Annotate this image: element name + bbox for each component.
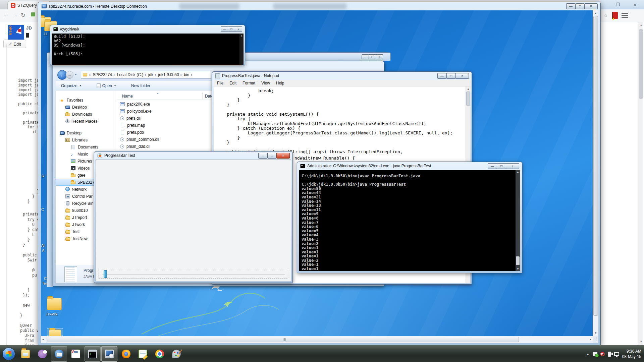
- rdp-titlebar[interactable]: spb23274.ru.oracle.com - Remote Desktop …: [38, 2, 600, 10]
- browser-close-icon[interactable]: ×: [634, 2, 637, 8]
- browser-scrollbar[interactable]: ▲ ▼: [638, 22, 643, 345]
- maximize-button[interactable]: □: [267, 153, 277, 159]
- notepad-titlebar[interactable]: ProgressBarTest.java - Notepad: [212, 72, 472, 80]
- browser-scrollbar-thumb[interactable]: [639, 29, 643, 99]
- console-scrollbar[interactable]: ▲ ▼: [516, 170, 520, 271]
- sidebar-item[interactable]: Desktop: [56, 129, 114, 136]
- taskbar-clock[interactable]: 9:36 AM 08-May-15: [622, 349, 641, 359]
- sidebar-item[interactable]: Recent Places: [56, 118, 114, 125]
- scroll-down-icon[interactable]: ▼: [594, 331, 597, 335]
- open-button[interactable]: Open ▼: [97, 83, 116, 88]
- maximize-button[interactable]: □: [369, 54, 376, 59]
- close-button[interactable]: ×: [235, 26, 242, 32]
- scroll-up-icon[interactable]: ▲: [467, 87, 470, 90]
- slider[interactable]: [99, 269, 288, 279]
- sidebar-item[interactable]: Downloads: [56, 111, 114, 118]
- cygwin-titlebar[interactable]: /cygdrive/k: [50, 25, 245, 33]
- rdp-horizontal-scrollbar[interactable]: ◂ ▸: [41, 336, 593, 343]
- start-button[interactable]: [1, 346, 17, 362]
- minimize-button[interactable]: —: [437, 73, 447, 79]
- minimize-button[interactable]: —: [221, 26, 228, 32]
- scrollbar-thumb[interactable]: [593, 16, 598, 316]
- close-button[interactable]: ×: [584, 3, 598, 9]
- maximize-button[interactable]: □: [575, 3, 585, 9]
- hidden-icons-chevron-icon[interactable]: ▲: [586, 352, 590, 356]
- sidebar-item[interactable]: Documents: [56, 143, 114, 150]
- scroll-down-icon[interactable]: ▼: [640, 340, 643, 343]
- sidebar-item[interactable]: Favorites: [56, 97, 114, 104]
- minimize-button[interactable]: —: [258, 153, 268, 159]
- maximize-button[interactable]: □: [446, 73, 456, 79]
- scroll-right-icon[interactable]: ▸: [590, 338, 591, 341]
- menu-item[interactable]: File: [217, 81, 223, 85]
- volume-muted-icon[interactable]: [600, 352, 605, 356]
- desktop-icon-label[interactable]: Li: [44, 32, 47, 36]
- scroll-up-icon[interactable]: ▲: [594, 12, 597, 15]
- taskbar-terminal-button[interactable]: [85, 346, 101, 362]
- taskbar-paint-button[interactable]: [168, 346, 184, 362]
- column-divider[interactable]: [202, 93, 203, 100]
- resize-grip[interactable]: [593, 336, 598, 343]
- desktop-icon-label[interactable]: Al: [41, 243, 45, 247]
- sidebar-item[interactable]: Desktop: [56, 104, 114, 111]
- close-button[interactable]: ×: [376, 54, 383, 59]
- minimize-button[interactable]: —: [362, 54, 369, 59]
- selected-desktop-icon[interactable]: [47, 328, 63, 336]
- messenger-tray-icon[interactable]: [593, 352, 597, 356]
- taskbar-rdp-button[interactable]: [101, 346, 117, 362]
- minimize-button[interactable]: —: [488, 163, 497, 169]
- menu-item[interactable]: Edit: [229, 81, 236, 85]
- taskbar-notepadpp-button[interactable]: [135, 346, 151, 362]
- desktop-icon-label[interactable]: A: [42, 248, 44, 252]
- taskbar-vnc-button[interactable]: [68, 346, 84, 362]
- slider-track[interactable]: [102, 274, 285, 275]
- scrollbar-thumb[interactable]: [47, 337, 519, 342]
- menu-item[interactable]: View: [261, 81, 270, 85]
- taskbar-pidgin-button[interactable]: [34, 346, 50, 362]
- menu-item[interactable]: Help: [276, 81, 284, 85]
- maximize-button[interactable]: □: [497, 163, 506, 169]
- history-dropdown-icon[interactable]: ▼: [74, 73, 77, 76]
- back-icon[interactable]: ←: [3, 12, 9, 18]
- taskbar-thunderbird-button[interactable]: [51, 346, 67, 362]
- network-tray-icon[interactable]: [614, 352, 619, 356]
- slider-thumb[interactable]: [104, 270, 107, 278]
- desktop-icon-label[interactable]: R: [42, 174, 44, 178]
- breadcrumb-item[interactable]: jdk1.9.0b50 ▸: [158, 72, 184, 77]
- new-folder-button[interactable]: New folder: [131, 83, 150, 88]
- taskbar-firefox-button[interactable]: [118, 346, 134, 362]
- power-tray-icon[interactable]: [608, 352, 611, 357]
- taskbar-chrome-button[interactable]: [152, 346, 168, 362]
- organize-button[interactable]: Organize ▼: [61, 83, 82, 88]
- maximize-button[interactable]: □: [228, 26, 235, 32]
- rdp-vertical-scrollbar[interactable]: ▲ ▼: [593, 10, 598, 336]
- browser-menu-icon[interactable]: [622, 13, 628, 18]
- menu-item[interactable]: Format: [243, 81, 255, 85]
- desktop-icon-label[interactable]: C: [41, 207, 44, 212]
- minimize-button[interactable]: —: [566, 3, 576, 9]
- forward-button[interactable]: →: [66, 71, 73, 79]
- scrollbar-thumb[interactable]: [466, 92, 470, 106]
- jtwork-folder-icon[interactable]: [47, 298, 62, 310]
- name-column-header[interactable]: Name: [122, 94, 133, 99]
- terminal-scrollbar[interactable]: ▲: [239, 34, 244, 65]
- close-button[interactable]: ×: [455, 73, 469, 79]
- breadcrumb-item[interactable]: jdk ▸: [148, 72, 158, 77]
- taskbar-explorer-button[interactable]: [17, 346, 34, 362]
- scroll-up-icon[interactable]: ▲: [517, 171, 519, 174]
- breadcrumb-item[interactable]: Local Disk (C:) ▸: [117, 72, 148, 77]
- breadcrumb-item[interactable]: SPB23274 ▸: [93, 72, 117, 77]
- scroll-left-icon[interactable]: ◂: [42, 338, 44, 341]
- close-button[interactable]: ×: [506, 163, 519, 169]
- bookmarks-book-icon[interactable]: [612, 12, 618, 19]
- scroll-up-icon[interactable]: ▲: [640, 23, 643, 27]
- scroll-down-icon[interactable]: ▼: [517, 267, 519, 270]
- scrollbar-thumb[interactable]: [516, 256, 520, 265]
- breadcrumb[interactable]: ▸ SPB23274 ▸ Local Disk (C:) ▸ jdk ▸: [81, 71, 211, 79]
- close-button[interactable]: ×: [276, 153, 290, 159]
- sidebar-item[interactable]: Libraries: [56, 136, 114, 143]
- browser-restore-icon[interactable]: ❐: [616, 2, 620, 7]
- reload-icon[interactable]: ↻: [21, 12, 25, 19]
- bookmark-star-icon[interactable]: ☆: [603, 12, 608, 18]
- forward-icon[interactable]: →: [12, 12, 18, 18]
